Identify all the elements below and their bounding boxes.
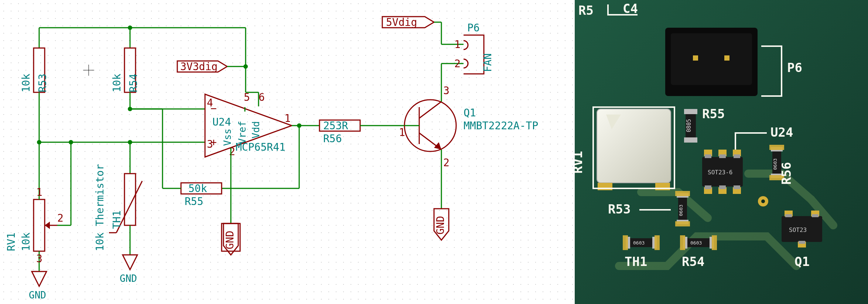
- svg-text:−: −: [211, 102, 217, 115]
- r53-ref: R53: [37, 74, 49, 92]
- cursor-crosshair: [83, 65, 94, 76]
- svg-text:0603: 0603: [772, 158, 778, 170]
- netlabel-5vdig: 5Vdig: [382, 16, 434, 28]
- svg-text:2: 2: [229, 146, 235, 158]
- pot-rv1: [34, 199, 45, 251]
- svg-rect-83: [693, 55, 698, 61]
- pcb-pot-rv1: [597, 109, 671, 190]
- pcb-r55: 0805: [684, 109, 697, 143]
- svg-text:1: 1: [399, 126, 405, 139]
- u24-value: MCP65R41: [236, 141, 286, 153]
- svg-marker-20: [32, 271, 47, 286]
- svg-rect-113: [734, 185, 740, 189]
- svg-rect-139: [785, 214, 792, 217]
- svg-text:+: +: [211, 136, 217, 148]
- svg-rect-119: [675, 191, 690, 196]
- svg-text:SOT23: SOT23: [789, 226, 807, 233]
- svg-line-61: [419, 102, 441, 118]
- rv1-ref: RV1: [5, 232, 17, 251]
- schematic-svg: 10k R53 10k R54 1 2 3 RV1 10k GND 10k Th…: [0, 0, 575, 304]
- pcb-svg: R5 C4 P6 RV1 0805 R55 U24 0603 R56: [575, 0, 868, 304]
- silk-r5: R5: [578, 3, 594, 18]
- pcb-q1: SOT23: [782, 211, 822, 247]
- svg-rect-131: [680, 235, 685, 250]
- u24-ref: U24: [212, 116, 231, 128]
- svg-rect-125: [623, 235, 628, 250]
- svg-marker-26: [123, 255, 137, 270]
- svg-text:2: 2: [443, 157, 450, 169]
- schematic-panel: 10k R53 10k R54 1 2 3 RV1 10k GND 10k Th…: [0, 0, 575, 304]
- svg-rect-126: [655, 235, 660, 250]
- svg-marker-63: [434, 142, 441, 150]
- svg-text:5Vdig: 5Vdig: [386, 16, 417, 28]
- svg-text:Vdd: Vdd: [250, 121, 262, 139]
- silk-p6: P6: [787, 60, 802, 75]
- svg-text:0603: 0603: [678, 205, 684, 216]
- gnd-symbol-th1: GND: [120, 255, 137, 284]
- svg-text:GND: GND: [434, 216, 447, 235]
- silk-rv1: RV1: [575, 151, 585, 174]
- svg-rect-111: [705, 185, 711, 189]
- comparator-u24: 4 3 1 2 5 6 − + Vss Vref Vdd: [205, 91, 292, 223]
- svg-rect-85: [597, 109, 671, 183]
- pcb-connector-p6: [665, 28, 758, 96]
- r56-ref: R56: [323, 133, 342, 145]
- silk-r55: R55: [702, 106, 725, 121]
- rv1-pin1: 1: [36, 186, 42, 198]
- svg-rect-112: [719, 185, 726, 189]
- svg-rect-110: [734, 154, 740, 158]
- th1-value: 10k Thermistor: [94, 164, 106, 251]
- th1-ref: TH1: [111, 210, 123, 229]
- silk-q1: Q1: [794, 254, 810, 269]
- svg-text:1: 1: [454, 38, 461, 51]
- q1-value: MMBT2222A-TP: [464, 120, 538, 132]
- svg-rect-109: [719, 154, 726, 158]
- svg-text:6: 6: [259, 91, 265, 103]
- r55-value: 50k: [188, 182, 207, 195]
- svg-text:5: 5: [244, 91, 250, 103]
- gnd-symbol-rv1: GND: [29, 271, 47, 301]
- svg-text:GND: GND: [29, 290, 46, 301]
- r56-value: 253R: [323, 120, 348, 132]
- transistor-q1: 1 2 3: [399, 85, 456, 169]
- r54-value: 10k: [111, 74, 123, 92]
- svg-rect-132: [712, 235, 717, 250]
- svg-rect-140: [812, 214, 819, 217]
- r54-ref: R54: [127, 74, 140, 92]
- gnd-symbol-q1: GND: [434, 209, 449, 240]
- rv1-pin2: 2: [57, 212, 64, 224]
- p6-value: FAN: [482, 53, 494, 72]
- rv1-value: 10k: [20, 232, 32, 251]
- svg-point-30: [243, 64, 248, 69]
- netlabel-3v3dig: 3V3dig: [177, 61, 227, 73]
- svg-text:GND: GND: [224, 230, 236, 249]
- svg-text:GND: GND: [120, 273, 137, 284]
- pcb-3d-panel: R5 C4 P6 RV1 0805 R55 U24 0603 R56: [575, 0, 868, 304]
- rv1-pin3: 3: [36, 253, 42, 265]
- svg-rect-82: [671, 33, 752, 85]
- silk-u24: U24: [770, 125, 793, 140]
- svg-rect-141: [799, 241, 805, 244]
- pcb-u24: SOT23-6: [702, 150, 743, 194]
- silk-th1: TH1: [625, 254, 647, 269]
- svg-point-4: [128, 25, 132, 30]
- svg-text:0805: 0805: [686, 119, 692, 132]
- svg-text:Vref: Vref: [237, 121, 248, 144]
- svg-text:0603: 0603: [633, 240, 645, 246]
- svg-text:3: 3: [443, 85, 450, 97]
- svg-text:2: 2: [454, 58, 461, 70]
- svg-text:SOT23-6: SOT23-6: [708, 169, 732, 176]
- svg-text:0603: 0603: [690, 240, 702, 246]
- q1-ref: Q1: [464, 107, 476, 119]
- silk-r56: R56: [779, 162, 794, 185]
- svg-rect-108: [705, 154, 711, 158]
- r55-ref: R55: [185, 195, 204, 208]
- svg-text:Vss: Vss: [222, 129, 233, 146]
- svg-rect-92: [684, 137, 697, 143]
- gnd-symbol-u24: GND: [222, 223, 240, 255]
- svg-text:1: 1: [284, 112, 291, 124]
- svg-rect-97: [769, 145, 784, 150]
- silk-r53: R53: [608, 202, 631, 216]
- r53-value: 10k: [20, 74, 32, 92]
- silk-r54: R54: [682, 254, 704, 269]
